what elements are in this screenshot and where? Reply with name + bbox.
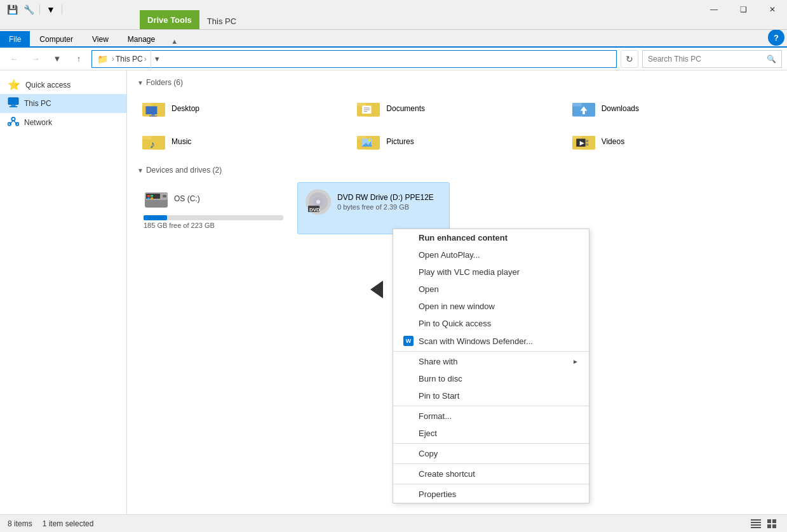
ctx-sep-3	[393, 443, 589, 444]
svg-rect-45	[163, 195, 166, 197]
dropdown-icon[interactable]: ▼	[44, 3, 58, 17]
folder-item-desktop[interactable]: Desktop	[137, 95, 347, 123]
ctx-open[interactable]: Open	[393, 281, 589, 298]
ctx-copy[interactable]: Copy	[393, 445, 589, 462]
drive-item-os-c[interactable]: OS (C:) 185 GB free of 223 GB	[137, 182, 290, 234]
sidebar-network-label: Network	[24, 118, 52, 127]
details-view-button[interactable]	[749, 517, 763, 531]
hdd-icon	[144, 187, 169, 210]
defender-icon: W	[403, 336, 414, 346]
maximize-button[interactable]: ❑	[729, 0, 758, 19]
folder-item-videos[interactable]: Videos	[567, 128, 777, 156]
drive-dvd-header: DVD DVD RW Drive (D:) PPE12E 0 bytes fre…	[304, 188, 434, 216]
ctx-run-enhanced[interactable]: Run enhanced content	[393, 229, 589, 246]
sidebar-item-quick-access[interactable]: ⭐ Quick access	[0, 76, 126, 94]
this-pc-icon	[8, 97, 19, 110]
close-button[interactable]: ✕	[758, 0, 787, 19]
documents-folder-name: Documents	[386, 104, 425, 113]
open-arrow-indicator	[370, 281, 383, 298]
svg-rect-41	[586, 143, 588, 146]
ctx-pin-start[interactable]: Pin to Start	[393, 387, 589, 404]
desktop-folder-name: Desktop	[172, 104, 199, 113]
sidebar-this-pc-label: This PC	[24, 99, 51, 108]
svg-rect-57	[751, 522, 761, 523]
properties-icon[interactable]: 🔧	[22, 3, 36, 17]
sidebar: ⭐ Quick access This PC	[0, 70, 127, 514]
ribbon-tabs: File Computer View Manage ▲ ?	[0, 30, 787, 48]
ctx-format[interactable]: Format...	[393, 408, 589, 425]
ctx-open-autoplay[interactable]: Open AutoPlay...	[393, 246, 589, 263]
ctx-share-with[interactable]: Share with ►	[393, 353, 589, 370]
svg-rect-56	[751, 519, 761, 521]
ctx-create-shortcut[interactable]: Create shortcut	[393, 465, 589, 482]
drives-section-header: ▼ Devices and drives (2)	[137, 166, 777, 175]
help-button[interactable]: ?	[768, 29, 784, 46]
search-box[interactable]: 🔍	[642, 50, 782, 68]
refresh-button[interactable]: ↻	[621, 50, 638, 68]
address-box[interactable]: 📁 › This PC › ▾	[91, 50, 617, 68]
ctx-burn-disc[interactable]: Burn to disc	[393, 370, 589, 387]
folders-grid: Desktop Documents	[137, 95, 777, 156]
sidebar-item-this-pc[interactable]: This PC	[0, 94, 126, 113]
svg-rect-49	[151, 197, 153, 199]
music-folder-name: Music	[172, 137, 191, 146]
forward-button[interactable]: →	[27, 50, 44, 68]
context-menu: Run enhanced content Open AutoPlay... Pl…	[393, 229, 589, 503]
svg-point-3	[11, 117, 15, 121]
folders-header-label: Folders (6)	[146, 78, 183, 87]
folder-item-pictures[interactable]: Pictures	[352, 128, 562, 156]
view-controls	[749, 517, 779, 531]
ctx-open-new-window[interactable]: Open in new window	[393, 298, 589, 315]
svg-rect-1	[11, 105, 15, 106]
address-separator-1: ›	[112, 55, 114, 63]
svg-rect-60	[767, 519, 771, 523]
ctx-eject[interactable]: Eject	[393, 425, 589, 442]
videos-folder-icon	[572, 131, 595, 152]
ctx-pin-quick-access[interactable]: Pin to Quick access	[393, 315, 589, 332]
ribbon-expand-button[interactable]: ▲	[167, 36, 182, 46]
search-input[interactable]	[648, 55, 764, 63]
ctx-scan-defender[interactable]: W Scan with Windows Defender...	[393, 332, 589, 350]
sidebar-item-network[interactable]: Network	[0, 113, 126, 132]
address-separator-2: ›	[144, 55, 147, 63]
ctx-sep-4	[393, 463, 589, 464]
quick-access-icon: ⭐	[8, 79, 20, 91]
tab-view[interactable]: View	[83, 31, 118, 48]
svg-rect-40	[586, 140, 588, 142]
folder-item-downloads[interactable]: Downloads	[567, 95, 777, 123]
window-controls: — ❑ ✕	[699, 0, 787, 19]
svg-rect-11	[145, 106, 157, 114]
svg-rect-46	[147, 195, 150, 197]
folders-section-header: ▼ Folders (6)	[137, 78, 777, 87]
videos-folder-name: Videos	[602, 137, 624, 146]
ctx-properties[interactable]: Properties	[393, 486, 589, 503]
drive-dvd-free: 0 bytes free of 2.39 GB	[337, 203, 434, 211]
address-folder-icon: 📁	[97, 54, 108, 64]
save-icon[interactable]: 💾	[5, 3, 19, 17]
tab-file[interactable]: File	[0, 31, 30, 48]
folder-item-music[interactable]: ♪ Music	[137, 128, 347, 156]
svg-rect-22	[572, 103, 582, 106]
address-dropdown-button[interactable]: ▾	[151, 50, 163, 68]
address-this-pc: This PC	[116, 55, 143, 63]
context-menu-open-row: Run enhanced content Open AutoPlay... Pl…	[393, 229, 589, 503]
tab-computer[interactable]: Computer	[30, 31, 83, 48]
sidebar-quick-access-label: Quick access	[25, 81, 71, 90]
folder-item-documents[interactable]: Documents	[352, 95, 562, 123]
drives-grid: OS (C:) 185 GB free of 223 GB	[137, 182, 777, 234]
drives-chevron[interactable]: ▼	[137, 167, 144, 174]
drive-item-dvd-d[interactable]: DVD DVD RW Drive (D:) PPE12E 0 bytes fre…	[297, 182, 450, 234]
folders-chevron[interactable]: ▼	[137, 79, 144, 86]
large-icons-view-button[interactable]	[765, 517, 779, 531]
up-button[interactable]: ↑	[70, 50, 88, 68]
desktop-folder-icon	[142, 98, 165, 119]
back-button[interactable]: ←	[5, 50, 23, 68]
tab-manage[interactable]: Manage	[118, 31, 165, 48]
recent-locations-button[interactable]: ▼	[48, 50, 66, 68]
ctx-play-vlc[interactable]: Play with VLC media player	[393, 263, 589, 281]
title-bar: 💾 🔧 ▼ Drive Tools This PC — ❑ ✕	[0, 0, 787, 30]
ctx-sep-1	[393, 351, 589, 352]
minimize-button[interactable]: —	[699, 0, 729, 19]
drive-tools-tab[interactable]: Drive Tools	[140, 10, 199, 29]
downloads-folder-icon	[572, 98, 595, 119]
